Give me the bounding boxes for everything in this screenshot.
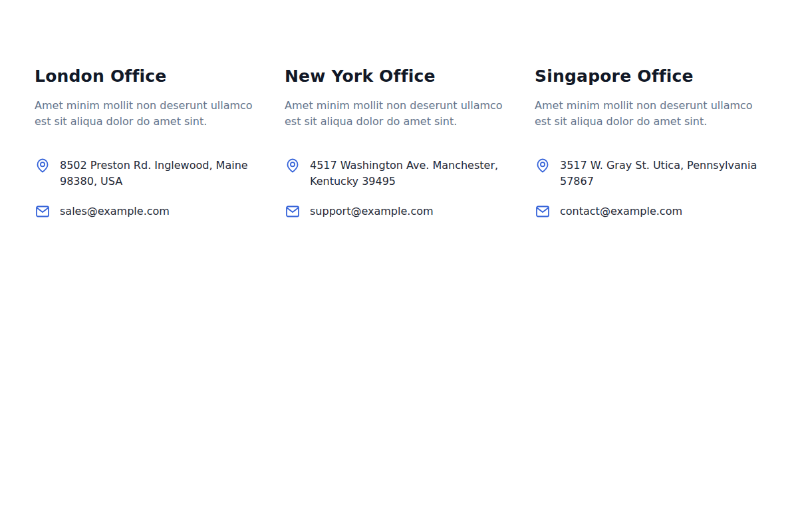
office-email: support@example.com <box>310 203 434 219</box>
mail-icon <box>35 203 51 219</box>
location-pin-icon <box>285 158 301 174</box>
office-title: London Office <box>35 66 263 86</box>
location-pin-icon <box>535 158 551 174</box>
address-row: 3517 W. Gray St. Utica, Pennsylvania 578… <box>535 158 763 190</box>
office-email: contact@example.com <box>560 203 682 219</box>
address-row: 4517 Washington Ave. Manchester, Kentuck… <box>285 158 513 190</box>
office-description: Amet minim mollit non deserunt ullamco e… <box>535 98 763 130</box>
office-card-london: London Office Amet minim mollit non dese… <box>35 66 263 219</box>
mail-icon <box>535 203 551 219</box>
office-description: Amet minim mollit non deserunt ullamco e… <box>35 98 263 130</box>
mail-icon <box>285 203 301 219</box>
office-address: 8502 Preston Rd. Inglewood, Maine 98380,… <box>60 158 263 190</box>
email-row: support@example.com <box>285 203 513 219</box>
email-row: contact@example.com <box>535 203 763 219</box>
email-row: sales@example.com <box>35 203 263 219</box>
office-card-new-york: New York Office Amet minim mollit non de… <box>285 66 513 219</box>
address-row: 8502 Preston Rd. Inglewood, Maine 98380,… <box>35 158 263 190</box>
location-pin-icon <box>35 158 51 174</box>
office-address: 4517 Washington Ave. Manchester, Kentuck… <box>310 158 513 190</box>
office-title: Singapore Office <box>535 66 763 86</box>
office-address: 3517 W. Gray St. Utica, Pennsylvania 578… <box>560 158 763 190</box>
office-card-singapore: Singapore Office Amet minim mollit non d… <box>535 66 763 219</box>
office-title: New York Office <box>285 66 513 86</box>
office-email: sales@example.com <box>60 203 170 219</box>
offices-section: London Office Amet minim mollit non dese… <box>0 0 798 219</box>
office-description: Amet minim mollit non deserunt ullamco e… <box>285 98 513 130</box>
